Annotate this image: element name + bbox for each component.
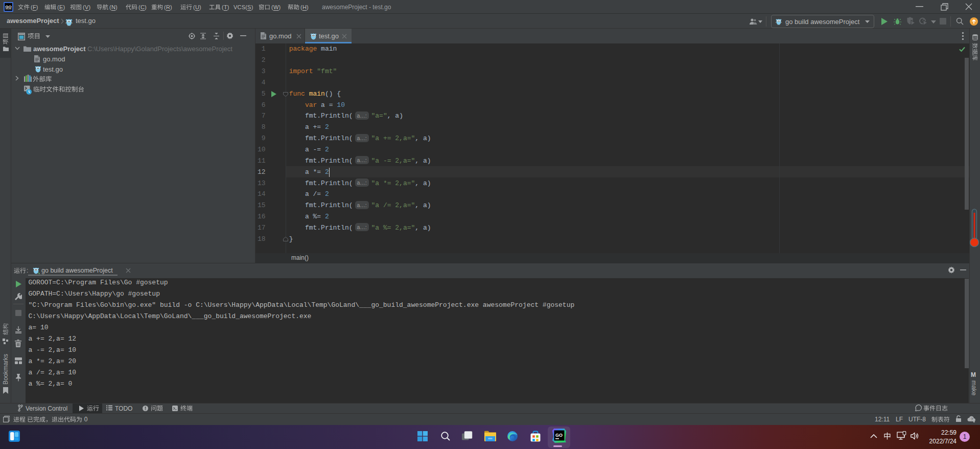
svg-text:GO: GO — [555, 433, 563, 438]
svg-text:?: ? — [971, 417, 973, 421]
